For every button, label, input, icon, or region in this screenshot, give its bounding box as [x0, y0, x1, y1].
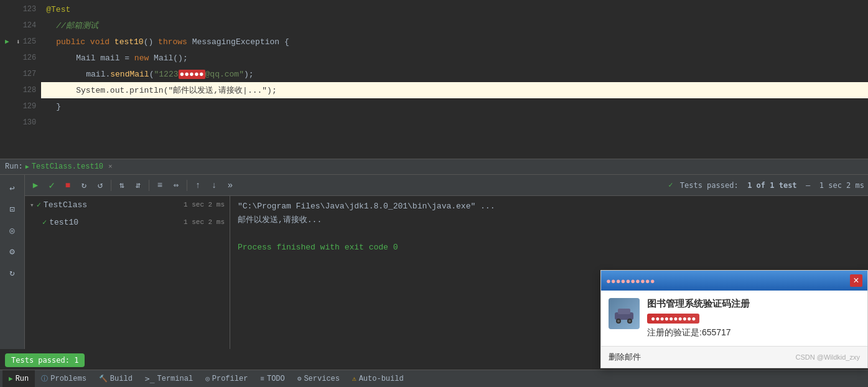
email-popup-title: 图书管理系统验证码注册: [647, 298, 860, 310]
collapse-button[interactable]: ⇔: [169, 179, 183, 192]
output-line-1: "C:\Program Files\Java\jdk1.8.0_201\bin\…: [238, 200, 861, 213]
tree-item-time: 1 sec 2 ms: [184, 218, 225, 226]
email-popup-info: 图书管理系统验证码注册 ●●●●●●●●●● 注册的验证是:655717: [647, 298, 860, 338]
email-popup-watermark: CSDN @Wildkid_zxy: [796, 353, 860, 361]
code-content: @Test //邮箱测试 public void test10 () throw…: [41, 0, 868, 159]
tests-passed-badge: Tests passed: 1: [5, 353, 85, 367]
side-icon-5[interactable]: ↻: [4, 264, 21, 281]
run-tab-name[interactable]: TestClass.test10: [32, 162, 103, 171]
run-toolbar: ▶ ✓ ■ ↻ ↺ ⇅ ⇵ ≡ ⇔ ↑ ↓ » ✓ Tests passed: …: [25, 175, 868, 196]
tab-autobuild-label: Auto-build: [359, 375, 404, 383]
check-icon-test10: ✓: [42, 218, 47, 227]
left-side-panel: ↩ ⊡ ◎ ⚙ ↻: [0, 175, 25, 349]
code-line-125: public void test10 () throws MessagingEx…: [41, 34, 868, 50]
terminal-tab-icon: >_: [145, 374, 155, 383]
tab-autobuild[interactable]: ⚠ Auto-build: [346, 370, 410, 387]
tab-run-label: Run: [16, 375, 29, 383]
tab-profiler-label: Profiler: [212, 375, 248, 383]
email-popup-titlebar: ●●●●●●●●●● ×: [601, 271, 867, 291]
side-icon-2[interactable]: ⊡: [4, 201, 21, 217]
tab-build[interactable]: 🔨 Build: [93, 370, 139, 387]
run-label: Run: ▶ TestClass.test10 ×: [5, 162, 113, 171]
tab-todo-label: TODO: [267, 375, 285, 383]
run-tab-close[interactable]: ×: [108, 163, 113, 170]
email-popup-sender: ●●●●●●●●●●: [647, 314, 699, 324]
test-tree-panel: ▾ ✓ TestClass 1 sec 2 ms ✓ test10 1 sec …: [25, 196, 230, 349]
tree-item-time: 1 sec 2 ms: [184, 201, 225, 208]
email-popup-footer: 删除邮件 CSDN @Wildkid_zxy: [601, 346, 867, 368]
expand-button[interactable]: ≡: [153, 179, 167, 192]
tab-run[interactable]: ▶ Run: [2, 370, 35, 387]
rerun-failed-button[interactable]: ↺: [93, 179, 107, 192]
run-gutter-icon[interactable]: ▶: [5, 37, 14, 46]
tree-item-label: test10: [49, 218, 78, 227]
tab-todo[interactable]: ≡ TODO: [254, 370, 291, 387]
separator-1: [111, 180, 111, 191]
todo-tab-icon: ≡: [260, 375, 264, 383]
svg-point-5: [628, 320, 631, 322]
line-num-128: 128: [5, 82, 36, 98]
separator-2: [149, 180, 149, 191]
tree-content: ▾ ✓ TestClass 1 sec 2 ms ✓ test10 1 sec …: [25, 196, 230, 349]
email-popup-avatar: [609, 298, 640, 329]
tree-item-testclass[interactable]: ▾ ✓ TestClass 1 sec 2 ms: [25, 196, 230, 213]
line-num-129: 129: [5, 98, 36, 114]
run-button[interactable]: ▶: [29, 179, 42, 192]
code-line-128: System. out .println( "邮件以发送,请接收 | ..." …: [41, 82, 868, 98]
expand-arrow-icon: ▾: [30, 201, 34, 209]
code-line-124: //邮箱测试: [41, 17, 868, 34]
side-icon-4[interactable]: ⚙: [4, 243, 21, 259]
more-button[interactable]: »: [223, 179, 237, 192]
email-popup: ●●●●●●●●●● × 图书管理系统验证码注册 ●●●●●●●●●●: [600, 270, 868, 368]
stop-button[interactable]: ■: [61, 179, 75, 192]
check-icon-testclass: ✓: [37, 200, 41, 210]
tests-passed-text: Tests passed: 1 of 1 test – 1 sec 2 ms: [676, 181, 864, 190]
svg-rect-1: [618, 309, 630, 314]
tab-services[interactable]: ⚙ Services: [291, 370, 346, 387]
status-check-icon: ✓: [668, 180, 673, 190]
tab-services-label: Services: [304, 375, 340, 383]
code-line-130: [41, 114, 868, 131]
side-icon-3[interactable]: ◎: [4, 222, 21, 238]
email-popup-close-button[interactable]: ×: [850, 274, 862, 287]
code-editor: 123 124 ▶ ⬇ 125 126 127 128 129 130 @Tes…: [0, 0, 868, 159]
car-icon: [612, 301, 637, 326]
check-button[interactable]: ✓: [45, 179, 58, 192]
side-icon-1[interactable]: ↩: [4, 180, 21, 196]
tab-problems-label: Problems: [50, 375, 86, 383]
line-num-123: 123: [5, 1, 36, 17]
separator-3: [187, 180, 187, 191]
down-button[interactable]: ↓: [207, 179, 221, 192]
tab-profiler[interactable]: ◎ Profiler: [199, 370, 254, 387]
build-tab-icon: 🔨: [99, 375, 108, 383]
tab-terminal[interactable]: >_ Terminal: [139, 370, 199, 387]
line-num-125: ▶ ⬇ 125: [5, 34, 36, 50]
run-tab-bar: Run: ▶ TestClass.test10 ×: [0, 159, 868, 175]
line-numbers: 123 124 ▶ ⬇ 125 126 127 128 129 130: [0, 0, 41, 159]
tree-item-test10[interactable]: ✓ test10 1 sec 2 ms: [25, 213, 230, 231]
sort-dur-button[interactable]: ⇵: [131, 179, 145, 192]
output-line-2: 邮件以发送,请接收...: [238, 213, 861, 227]
code-line-123: @Test: [41, 1, 868, 17]
line-num-124: 124: [5, 17, 36, 34]
run-tab-icon: ▶: [26, 163, 29, 170]
tree-item-label: TestClass: [44, 200, 87, 210]
rerun-button[interactable]: ↻: [77, 179, 91, 192]
output-line-4: Process finished with exit code 0: [238, 241, 861, 254]
email-popup-verification: 注册的验证是:655717: [647, 327, 860, 338]
tab-problems[interactable]: ⓘ Problems: [35, 370, 93, 387]
up-button[interactable]: ↑: [191, 179, 205, 192]
email-popup-delete-button[interactable]: 删除邮件: [609, 352, 641, 363]
status-bar: ▶ Run ⓘ Problems 🔨 Build >_ Terminal ◎ P…: [0, 370, 868, 387]
code-line-127: mail. sendMail ( " 1223 ●●●●● @qq.com" )…: [41, 66, 868, 82]
autobuild-tab-icon: ⚠: [352, 375, 357, 383]
email-popup-avatar-image: [609, 298, 640, 329]
tab-build-label: Build: [110, 375, 133, 383]
code-line-126: Mail mail = new Mail ();: [41, 50, 868, 66]
line-num-130: 130: [5, 114, 36, 131]
output-line-3: [238, 227, 861, 241]
svg-point-4: [617, 320, 620, 322]
services-tab-icon: ⚙: [297, 375, 302, 383]
run-tab-icon: ▶: [9, 375, 13, 383]
sort-alpha-button[interactable]: ⇅: [115, 179, 129, 192]
